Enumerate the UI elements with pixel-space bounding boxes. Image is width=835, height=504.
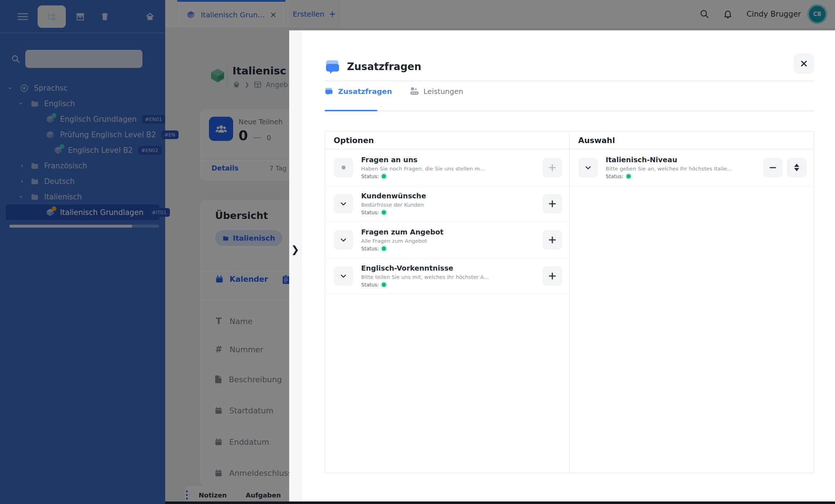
modal-close-button[interactable] <box>794 53 814 74</box>
item-subtitle: Alle Fragen zum Angebot <box>361 238 535 244</box>
auswahl-item-text: Italienisch-Niveau Bitte geben Sie an, w… <box>606 156 755 179</box>
options-list: Fragen an unsHaben Sie noch Fragen, die … <box>325 150 569 294</box>
chevron-down-icon <box>340 272 347 280</box>
reorder-button[interactable] <box>787 158 806 177</box>
tab-label: Zusatzfragen <box>338 87 392 96</box>
add-option-button[interactable] <box>543 230 562 250</box>
active-tab-underline <box>325 110 377 111</box>
expand-chevron-button[interactable] <box>578 158 598 177</box>
status-dot <box>626 174 631 178</box>
divider <box>325 81 814 81</box>
item-title: Fragen zum Angebot <box>361 228 535 236</box>
tabs-divider <box>325 111 814 111</box>
option-item-text: Fragen zum AngebotAlle Fragen zum Angebo… <box>361 228 535 251</box>
expand-chevron-button[interactable] <box>334 194 353 214</box>
status-line: Status: <box>361 246 535 251</box>
auswahl-row-actions <box>763 158 806 177</box>
auswahl-row: Italienisch-Niveau Bitte geben Sie an, w… <box>570 150 814 186</box>
add-option-button[interactable] <box>543 194 562 214</box>
sort-icon <box>794 164 799 171</box>
status-line: Status: <box>361 282 535 288</box>
status-label: Status: <box>361 210 379 215</box>
transfer-panel: Optionen Fragen an unsHaben Sie noch Fra… <box>325 131 814 473</box>
item-title: Fragen an uns <box>361 156 535 164</box>
item-title: Italienisch-Niveau <box>606 156 755 164</box>
plus-icon <box>548 163 557 172</box>
drawer-gutter: ❯ <box>289 30 301 501</box>
modal-tabs: Zusatzfragen Leistungen <box>325 87 463 96</box>
option-row-fragen-an-uns: Fragen an unsHaben Sie noch Fragen, die … <box>325 150 569 186</box>
option-row-fragen-zum-angebot: Fragen zum AngebotAlle Fragen zum Angebo… <box>325 222 569 258</box>
status-line: Status: <box>361 210 535 215</box>
item-title: Kundenwünsche <box>361 192 535 200</box>
status-line: Status: <box>606 173 755 179</box>
item-title: Englisch-Vorkenntnisse <box>361 264 535 272</box>
minus-icon <box>769 164 777 172</box>
bullet-dot <box>342 165 346 169</box>
option-item-text: KundenwünscheBedürfnisse der KundenStatu… <box>361 192 535 215</box>
status-label: Status: <box>361 282 379 288</box>
option-item-text: Englisch-VorkenntnisseBitte teilen Sie u… <box>361 264 535 288</box>
tab-label: Leistungen <box>424 87 463 96</box>
item-subtitle: Bitte geben Sie an, welches Ihr höchstes… <box>606 166 755 172</box>
tab-leistungen[interactable]: Leistungen <box>410 87 463 96</box>
status-dot <box>382 246 386 251</box>
options-header: Optionen <box>325 132 569 150</box>
status-line: Status: <box>361 173 535 179</box>
item-subtitle: Bedürfnisse der Kunden <box>361 202 535 208</box>
chat-bubbles-icon <box>325 59 341 74</box>
option-item-text: Fragen an unsHaben Sie noch Fragen, die … <box>361 156 535 179</box>
item-subtitle: Haben Sie noch Fragen, die Sie uns stell… <box>361 166 535 172</box>
status-dot <box>382 283 386 287</box>
chat-bubbles-icon <box>325 87 334 95</box>
options-column: Optionen Fragen an unsHaben Sie noch Fra… <box>325 132 569 473</box>
collapse-chevron-icon[interactable]: ❯ <box>289 244 301 255</box>
app-window: ⌄Sprachsc⌄EnglischEnglisch Grundlagen#EN… <box>0 0 835 504</box>
option-row-englisch-vorkenntnisse: Englisch-VorkenntnisseBitte teilen Sie u… <box>325 258 569 294</box>
status-dot <box>382 174 386 178</box>
option-bullet-button[interactable] <box>334 158 353 177</box>
remove-button[interactable] <box>763 158 783 177</box>
modal-title: Zusatzfragen <box>347 61 421 72</box>
modal-header: Zusatzfragen <box>325 56 421 77</box>
add-option-button[interactable] <box>543 266 562 286</box>
drawer-content: Zusatzfragen Zusatzfragen Leistungen <box>301 30 835 501</box>
status-label: Status: <box>361 246 379 251</box>
status-label: Status: <box>606 173 624 179</box>
auswahl-header: Auswahl <box>570 132 814 150</box>
auswahl-column: Auswahl Italienisch-Niveau Bitte geben S… <box>569 132 814 473</box>
option-row-kundenw-nsche: KundenwünscheBedürfnisse der KundenStatu… <box>325 186 569 222</box>
status-label: Status: <box>361 173 379 179</box>
plus-icon <box>548 272 557 280</box>
expand-chevron-button[interactable] <box>334 266 353 286</box>
chevron-down-icon <box>340 200 347 207</box>
expand-chevron-button[interactable] <box>334 230 353 250</box>
plus-icon <box>548 236 557 244</box>
status-dot <box>382 210 386 215</box>
zusatzfragen-drawer: ❯ Zusatzfragen Zusatzfragen <box>289 30 835 501</box>
add-option-button[interactable] <box>543 158 562 177</box>
plus-icon <box>548 199 557 208</box>
products-icon <box>410 87 419 96</box>
item-subtitle: Bitte teilen Sie uns mit, welches Ihr hö… <box>361 274 535 280</box>
chevron-down-icon <box>340 236 347 244</box>
tab-zusatzfragen[interactable]: Zusatzfragen <box>325 87 392 96</box>
